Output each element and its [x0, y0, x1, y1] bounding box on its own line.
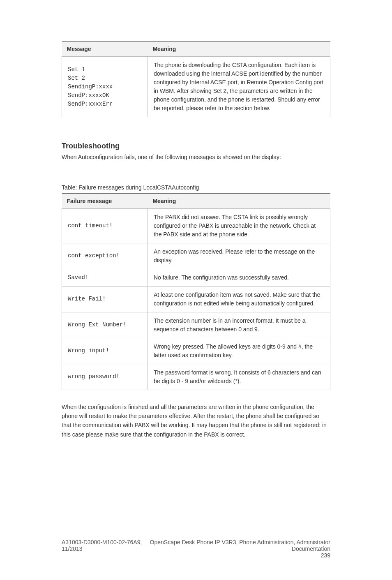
message-cell: conf timeout!	[62, 208, 148, 243]
footer-page-number: 239	[147, 552, 330, 559]
description-cell: At least one configuration item was not …	[148, 286, 330, 312]
message-cell: Write Fail!	[62, 286, 148, 312]
table-row: Write Fail! At least one configuration i…	[62, 286, 330, 312]
msg-line: Set 2	[68, 75, 85, 81]
description-cell: The PABX did not answer. The CSTA link i…	[148, 208, 330, 243]
troubleshooting-heading: Troubleshooting	[62, 142, 330, 150]
message-cell: conf exception!	[62, 243, 148, 269]
page-footer: A31003-D3000-M100-02-76A9, 11/2013 OpenS…	[62, 539, 330, 559]
message-cell: Wrong input!	[62, 338, 148, 364]
msg-line: SendP:xxxxOK	[68, 92, 109, 99]
description-cell: An exception was received. Please refer …	[148, 243, 330, 269]
table-row: conf exception! An exception was receive…	[62, 243, 330, 269]
col-header-meaning: Meaning	[148, 193, 330, 208]
table-row: conf timeout! The PABX did not answer. T…	[62, 208, 330, 243]
message-cell: Wrong Ext Number!	[62, 312, 148, 338]
description-cell: No failure. The configuration was succes…	[148, 269, 330, 286]
msg-line: SendingP:xxxx	[68, 83, 113, 90]
table-row: Saved! No failure. The configuration was…	[62, 269, 330, 286]
table-row: Wrong Ext Number! The extension number i…	[62, 312, 330, 338]
msg-line: Set 1	[68, 66, 85, 73]
col-header-message: Message	[62, 42, 148, 57]
description-cell: The extension number is in an incorrect …	[148, 312, 330, 338]
col-header-meaning: Meaning	[148, 42, 330, 57]
description-cell: The phone is downloading the CSTA config…	[148, 57, 330, 117]
col-header-failure-message: Failure message	[62, 193, 148, 208]
description-cell: The password format is wrong. It consist…	[148, 364, 330, 390]
table-header-row: Message Meaning	[62, 42, 330, 57]
msg-line: SendP:xxxxErr	[68, 101, 113, 107]
table-row: Set 1 Set 2 SendingP:xxxx SendP:xxxxOK S…	[62, 57, 330, 117]
footer-left: A31003-D3000-M100-02-76A9, 11/2013	[62, 539, 147, 559]
csta-download-table: Message Meaning Set 1 Set 2 SendingP:xxx…	[62, 41, 330, 117]
troubleshooting-desc: When Autoconfiguration fails, one of the…	[62, 153, 330, 162]
message-cell: wrong password!	[62, 364, 148, 390]
failure-table-caption: Table: Failure messages during LocalCSTA…	[62, 184, 330, 191]
message-cell: Saved!	[62, 269, 148, 286]
table-row: Wrong input! Wrong key pressed. The allo…	[62, 338, 330, 364]
table-row: wrong password! The password format is w…	[62, 364, 330, 390]
failure-messages-table: Failure message Meaning conf timeout! Th…	[62, 193, 330, 390]
footer-right-doc: OpenScape Desk Phone IP V3R3, Phone Admi…	[147, 539, 330, 552]
message-cell: Set 1 Set 2 SendingP:xxxx SendP:xxxxOK S…	[62, 57, 148, 117]
document-page: Message Meaning Set 1 Set 2 SendingP:xxx…	[0, 0, 392, 580]
description-cell: Wrong key pressed. The allowed keys are …	[148, 338, 330, 364]
closing-paragraph: When the configuration is finished and a…	[62, 402, 330, 439]
table-header-row: Failure message Meaning	[62, 193, 330, 208]
